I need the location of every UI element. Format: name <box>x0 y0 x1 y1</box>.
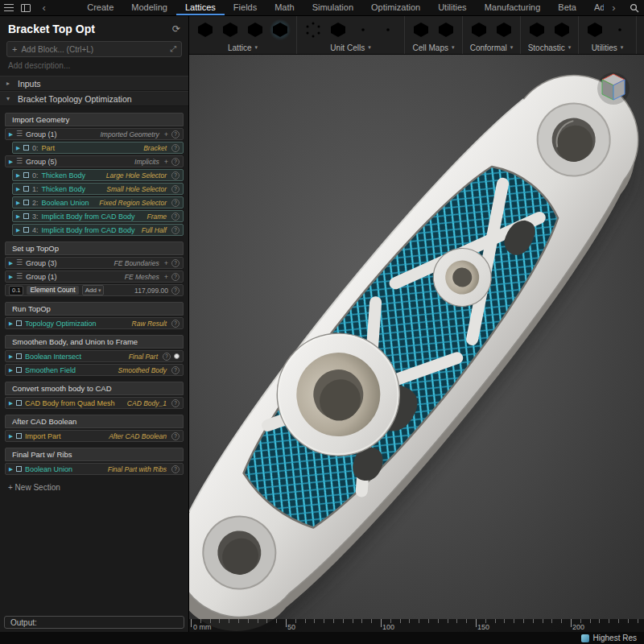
lattice-trim-icon[interactable] <box>220 19 241 40</box>
unit-cells-dropdown[interactable]: Unit Cells▾ <box>303 41 398 54</box>
block-row[interactable]: ▶ Boolean Intersect Final Part ? <box>5 350 184 362</box>
expander-icon[interactable]: ▶ <box>9 466 13 473</box>
help-icon[interactable]: ? <box>171 287 180 295</box>
lattice-shell-icon[interactable] <box>245 19 266 40</box>
unit-cell-axis-icon[interactable] <box>353 19 374 40</box>
add-block-input[interactable] <box>21 45 166 54</box>
viewport-canvas[interactable] <box>189 55 644 632</box>
conformal-dropdown[interactable]: Conformal▾ <box>469 41 514 54</box>
block-row[interactable]: ▶ CAD Body from Quad Mesh CAD Body_1 ? <box>5 397 184 409</box>
help-icon[interactable]: ? <box>171 432 180 440</box>
help-icon[interactable]: ? <box>171 171 180 180</box>
unit-dropdown[interactable]: Add▾ <box>82 285 105 295</box>
help-icon[interactable]: ? <box>171 158 180 166</box>
utilities-cube-x-icon[interactable] <box>609 19 630 40</box>
block-caption[interactable]: Set up TopOp <box>5 242 184 255</box>
expander-icon[interactable]: ▶ <box>9 353 13 360</box>
group-row[interactable]: ▶ ☰ Group (5) Implicits + ? <box>5 155 184 167</box>
menu-create[interactable]: Create <box>78 0 122 15</box>
group-row[interactable]: ▶ ☰ Group (1) Imported Geometry + ? <box>5 128 184 140</box>
menu-scroll-left-icon[interactable]: ‹ <box>34 0 54 15</box>
menu-beta[interactable]: Beta <box>549 0 585 15</box>
help-icon[interactable]: ? <box>171 130 180 138</box>
visibility-dot-icon[interactable] <box>174 353 180 359</box>
output-bar[interactable]: Output: <box>4 616 184 629</box>
group-row[interactable]: ▶ ☰ Group (1) FE Meshes + ? <box>5 270 184 283</box>
menu-simulation[interactable]: Simulation <box>303 0 362 15</box>
search-icon[interactable] <box>624 0 644 15</box>
add-to-group-icon[interactable]: + <box>164 273 168 281</box>
new-section-button[interactable]: + New Section <box>8 483 180 492</box>
view-orientation-gizmo[interactable] <box>592 66 634 108</box>
block-row[interactable]: ▶ Boolean Union Final Part with Ribs ? <box>5 463 184 475</box>
block-row[interactable]: ▶ 3: Implicit Body from CAD Body Frame ? <box>12 210 184 222</box>
expander-icon[interactable]: ▶ <box>9 159 13 165</box>
add-to-group-icon[interactable]: + <box>164 158 168 166</box>
block-row[interactable]: ▶ 0: Part Bracket ? <box>12 142 184 154</box>
block-caption[interactable]: Import Geometry <box>5 113 184 126</box>
block-row[interactable]: ▶ Smoothen Field Smoothed Body ? <box>5 364 184 376</box>
expander-icon[interactable]: ▶ <box>9 320 13 327</box>
expander-icon[interactable]: ▶ <box>9 433 13 440</box>
expander-icon[interactable]: ▶ <box>9 367 13 374</box>
block-row[interactable]: ▶ 1: Thicken Body Small Hole Selector ? <box>12 183 184 195</box>
expander-icon[interactable]: ▶ <box>9 131 13 138</box>
block-caption[interactable]: Run TopOp <box>5 302 184 316</box>
help-icon[interactable]: ? <box>171 226 180 234</box>
expander-icon[interactable]: ▶ <box>9 274 13 280</box>
cell-map-icon[interactable] <box>411 19 431 40</box>
stochastic-cube-icon[interactable] <box>551 19 572 40</box>
conformal-surface-icon[interactable] <box>469 19 489 40</box>
group-row[interactable]: ▶ ☰ Group (3) FE Boundaries + ? <box>5 257 184 269</box>
menu-optimization[interactable]: Optimization <box>362 0 429 15</box>
help-icon[interactable]: ? <box>171 273 180 281</box>
expander-icon[interactable]: ▶ <box>16 186 20 192</box>
help-icon[interactable]: ? <box>163 353 171 361</box>
expander-icon[interactable]: ▶ <box>9 400 13 407</box>
block-caption[interactable]: Convert smooth body to CAD <box>5 382 184 395</box>
stochastic-dropdown[interactable]: Stochastic▾ <box>526 41 572 54</box>
block-row[interactable]: ▶ Import Part After CAD Boolean ? <box>5 430 184 442</box>
help-icon[interactable]: ? <box>171 213 180 221</box>
unit-cell-custom-icon[interactable] <box>378 19 398 40</box>
section-inputs[interactable]: ▸ Inputs <box>0 76 188 91</box>
help-icon[interactable]: ? <box>171 399 180 407</box>
block-row[interactable]: ▶ 0: Thicken Body Large Hole Selector ? <box>12 169 184 181</box>
block-caption[interactable]: After CAD Boolean <box>5 415 184 428</box>
menu-lattices[interactable]: Lattices <box>176 0 225 15</box>
lattice-dropdown[interactable]: Lattice▾ <box>195 41 291 54</box>
help-icon[interactable]: ? <box>171 366 180 374</box>
section-main[interactable]: ▾ Bracket Topology Optimization <box>0 91 188 106</box>
resolution-selector[interactable]: Highest Res <box>593 634 637 642</box>
menu-math[interactable]: Math <box>266 0 303 15</box>
help-icon[interactable]: ? <box>171 259 180 267</box>
element-count-row[interactable]: 0.1 Element Count Add▾ 117,099.00 ? <box>5 284 184 296</box>
help-icon[interactable]: ? <box>171 199 180 207</box>
block-row[interactable]: ▶ 2: Boolean Union Fixed Region Selector… <box>12 196 184 208</box>
menu-utilities[interactable]: Utilities <box>429 0 475 15</box>
help-icon[interactable]: ? <box>171 144 180 152</box>
hamburger-menu-icon[interactable] <box>0 0 17 15</box>
conformal-volume-icon[interactable] <box>493 19 514 40</box>
menu-fields[interactable]: Fields <box>225 0 266 15</box>
expand-editor-icon[interactable]: ⤢ <box>170 44 176 54</box>
menu-manufacturing[interactable]: Manufacturing <box>476 0 550 15</box>
cell-map-grid-icon[interactable] <box>436 19 456 40</box>
expander-icon[interactable]: ▶ <box>16 200 20 206</box>
add-to-group-icon[interactable]: + <box>164 130 168 138</box>
expander-icon[interactable]: ▶ <box>9 260 13 266</box>
block-row[interactable]: ▶ 4: Implicit Body from CAD Body Full Ha… <box>12 224 184 236</box>
lattice-fill-icon[interactable] <box>270 19 291 40</box>
sync-icon[interactable]: ⟳ <box>172 23 180 35</box>
expander-icon[interactable]: ▶ <box>16 213 20 220</box>
unit-cell-cube-icon[interactable] <box>328 19 349 40</box>
3d-viewport[interactable]: 0 mm 50 100 150 200 <box>189 55 644 632</box>
block-row[interactable]: ▶ Topology Optimization Raw Result ? <box>5 317 184 329</box>
expander-icon[interactable]: ▶ <box>16 227 20 233</box>
block-caption[interactable]: Final Part w/ Ribs <box>5 448 184 461</box>
menu-modeling[interactable]: Modeling <box>122 0 176 15</box>
lattice-body-icon[interactable] <box>195 19 216 40</box>
cell-maps-dropdown[interactable]: Cell Maps▾ <box>411 41 456 54</box>
help-icon[interactable]: ? <box>171 185 180 193</box>
help-icon[interactable]: ? <box>171 320 180 328</box>
